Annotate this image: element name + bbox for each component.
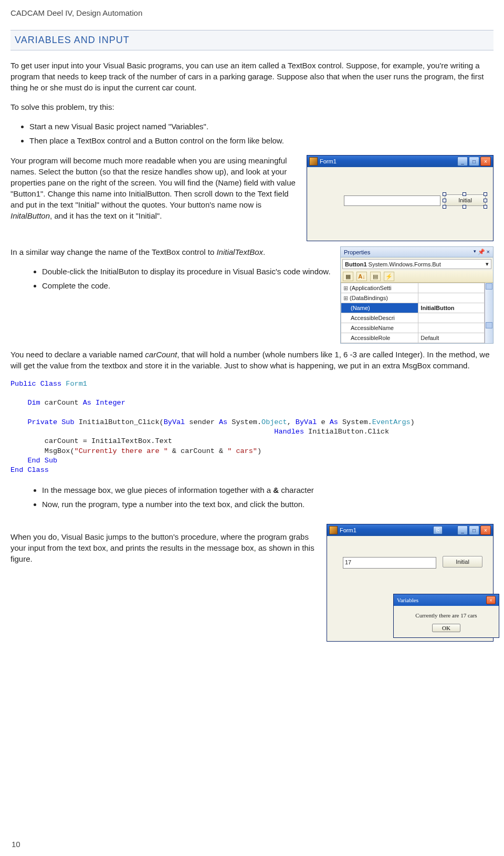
steps-list-2: Double-click the InitialButon to display… <box>42 266 336 292</box>
prop-name[interactable]: (ApplicationSetti <box>341 283 418 293</box>
window-title: Form1 <box>340 527 433 533</box>
pin-icon[interactable]: 📌 <box>478 249 485 255</box>
paragraph-solve: To solve this problem, try this: <box>10 101 494 112</box>
text: Your program will become much more reada… <box>10 156 296 209</box>
object-type: System.Windows.Forms.But <box>369 261 441 267</box>
properties-toolbar: ▦ A↓ ▤ ⚡ <box>341 271 493 283</box>
selected-object: Button1 <box>345 261 367 267</box>
prop-value[interactable] <box>418 293 485 303</box>
section-heading: VARIABLES AND INPUT <box>10 30 494 50</box>
form-client-area: 17 Initial Variables × Currently there a… <box>327 536 493 641</box>
prop-value[interactable] <box>418 323 485 333</box>
minimize-button[interactable]: _ <box>457 157 468 166</box>
window-title: Form1 <box>320 158 457 164</box>
list-item: Now, run the program, type a number into… <box>42 499 494 511</box>
events-button[interactable]: ⚡ <box>384 272 394 281</box>
prop-value[interactable] <box>418 313 485 323</box>
form-client-area: Initial <box>307 167 493 241</box>
prop-name[interactable]: AccessibleName <box>341 323 418 333</box>
list-item: Then place a TextBox control and a Butto… <box>29 135 494 147</box>
prop-name[interactable]: AccessibleRole <box>341 333 418 343</box>
paragraph-result: When you do, Visual Basic jumps to the b… <box>10 531 315 564</box>
text: character <box>279 486 314 494</box>
titlebar: Form1 _ □ × <box>307 156 493 167</box>
msgbox-text: Currently there are 17 cars <box>394 606 499 622</box>
titlebar: Form1 ⎘ _ □ × <box>327 524 493 536</box>
text: You need to declare a variable named <box>10 350 145 359</box>
resize-handle[interactable] <box>484 205 487 209</box>
msgbox-container: Variables × Currently there are 17 cars … <box>393 594 499 638</box>
resize-handle[interactable] <box>484 199 487 202</box>
prop-name-selected[interactable]: (Name) <box>341 303 418 313</box>
properties-panel: Properties ▾ 📌 × Button1 System.Windows.… <box>340 246 494 344</box>
close-button[interactable]: × <box>480 525 491 535</box>
list-item: Double-click the InitialButon to display… <box>42 266 336 278</box>
categorized-button[interactable]: ▦ <box>343 272 353 281</box>
page-header: CADCAM Deel IV, Design Automation <box>10 8 494 17</box>
ampersand: & <box>273 486 279 494</box>
prop-value[interactable] <box>418 283 485 293</box>
initial-button[interactable]: Initial <box>445 194 486 206</box>
initial-button[interactable]: Initial <box>443 556 482 568</box>
minimize-button[interactable]: _ <box>457 525 468 535</box>
alphabetical-button[interactable]: A↓ <box>356 272 367 281</box>
props-button[interactable]: ▤ <box>370 272 381 281</box>
scroll-up-icon[interactable] <box>486 283 492 290</box>
properties-grid: (ApplicationSetti (DataBindings) (Name)I… <box>341 283 485 343</box>
inital-button-name: InitalButton <box>10 211 50 220</box>
maximize-button[interactable]: □ <box>469 157 479 166</box>
prop-name[interactable]: AccessibleDescri <box>341 313 418 323</box>
initial-textbox-name: InitialTextBox <box>216 247 263 256</box>
list-item: In the message box, we glue pieces of in… <box>42 484 494 497</box>
scroll-down-icon[interactable] <box>486 322 492 328</box>
text: In a similar way change the name of the … <box>10 247 216 256</box>
msgbox-titlebar: Variables × <box>394 594 499 606</box>
page-number: 10 <box>12 840 20 849</box>
resize-handle[interactable] <box>484 192 487 196</box>
ok-button[interactable]: OK <box>432 624 460 632</box>
toolbar-icon[interactable]: ⎘ <box>433 526 443 534</box>
form1-running-window: Form1 ⎘ _ □ × 17 Initial Variables × Cur… <box>327 524 494 642</box>
steps-list-1: Start a new Visual Basic project named "… <box>29 121 494 147</box>
message-box: Variables × Currently there are 17 cars … <box>393 594 499 638</box>
resize-handle[interactable] <box>443 192 446 196</box>
maximize-button[interactable]: □ <box>469 525 479 535</box>
code-block: Public Class Form1 Dim carCount As Integ… <box>10 379 494 475</box>
text: , and it has the text on it "Initial". <box>50 211 162 220</box>
resize-handle[interactable] <box>443 205 446 209</box>
resize-handle[interactable] <box>443 199 446 202</box>
steps-list-3: In the message box, we glue pieces of in… <box>42 484 494 510</box>
properties-header: Properties ▾ 📌 × <box>341 247 493 257</box>
msgbox-title: Variables <box>397 597 418 603</box>
paragraph-intro: To get user input into your Visual Basic… <box>10 60 494 93</box>
prop-value[interactable]: Default <box>418 333 485 343</box>
close-button[interactable]: × <box>480 157 491 166</box>
chevron-down-icon: ▾ <box>486 261 489 267</box>
prop-name[interactable]: (DataBindings) <box>341 293 418 303</box>
paragraph-textbox-rename: In a similar way change the name of the … <box>10 246 336 257</box>
resize-handle[interactable] <box>463 192 466 196</box>
dropdown-icon[interactable]: ▾ <box>474 249 476 255</box>
prop-value-selected[interactable]: InitialButton <box>418 303 485 313</box>
form-icon <box>329 526 338 534</box>
form1-designer-window: Form1 _ □ × Initial <box>307 155 494 241</box>
scrollbar[interactable] <box>485 283 493 343</box>
list-item: Complete the code. <box>42 280 336 292</box>
carcount-name: carCount <box>145 350 177 359</box>
text: . <box>263 247 265 256</box>
paragraph-declare: You need to declare a variable named car… <box>10 349 494 371</box>
list-item: Start a new Visual Basic project named "… <box>29 121 494 133</box>
paragraph-names: Your program will become much more reada… <box>10 155 299 221</box>
object-selector[interactable]: Button1 System.Windows.Forms.But ▾ <box>342 259 491 269</box>
initial-textbox[interactable] <box>344 195 440 206</box>
form-icon <box>309 157 318 166</box>
initial-textbox[interactable]: 17 <box>343 557 436 569</box>
close-button[interactable]: × <box>486 596 496 604</box>
close-icon[interactable]: × <box>487 249 490 255</box>
resize-handle[interactable] <box>463 205 466 209</box>
properties-title: Properties <box>344 249 370 255</box>
text: In the message box, we glue pieces of in… <box>42 486 273 494</box>
